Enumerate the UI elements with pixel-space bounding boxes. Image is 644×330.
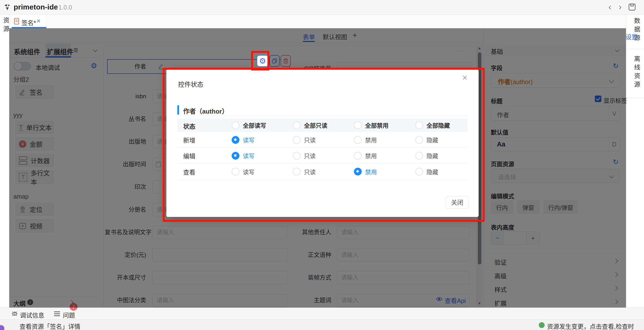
forward-icon[interactable]: › <box>619 2 622 12</box>
bug-icon <box>11 310 18 317</box>
app-title: primeton-ide <box>14 3 58 11</box>
tab-strip <box>9 15 626 28</box>
annotation-rectangle-gear <box>251 51 270 71</box>
status-left-text: 查看资源「签名」详情 <box>20 322 80 330</box>
status-right-text[interactable]: 资源发生变更，点击查看,检查时间:10:10 <box>547 322 644 330</box>
rail-tab-resources[interactable]: 资源 <box>2 17 10 34</box>
left-rail <box>0 15 9 307</box>
debug-info-button[interactable]: 调试信息 <box>20 310 44 319</box>
debug-bar <box>0 307 644 319</box>
save-icon[interactable] <box>628 3 636 11</box>
tab-label[interactable]: 签名* <box>22 18 36 27</box>
status-green-dot <box>539 322 544 328</box>
title-bar <box>0 0 644 15</box>
app-version: 1.0.0 <box>58 4 72 11</box>
annotation-rectangle-modal <box>163 68 485 222</box>
rail-divider <box>626 98 644 98</box>
problems-button[interactable]: 问题 <box>63 310 75 319</box>
app-logo-icon <box>4 4 11 11</box>
tab-close-icon[interactable]: × <box>36 17 40 25</box>
back-icon[interactable]: ‹ <box>608 2 611 12</box>
document-icon <box>14 18 19 24</box>
rail-tab-offline-resources[interactable]: 离线资源 <box>632 56 641 90</box>
app-window: primeton-ide 1.0.0 ‹ › 资源 数据源 离线资源 签名* ×… <box>0 0 644 330</box>
rail-divider <box>626 49 644 49</box>
list-icon <box>54 311 60 316</box>
